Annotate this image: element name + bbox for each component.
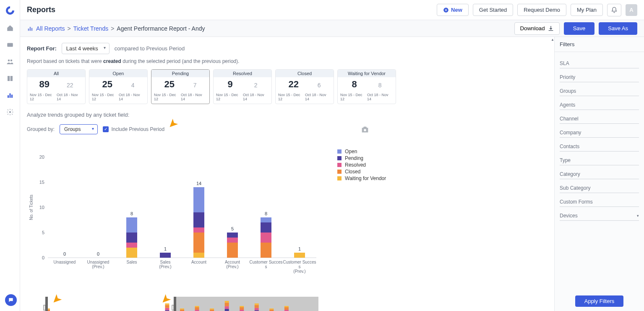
svg-rect-133	[269, 309, 274, 311]
svg-rect-99	[165, 303, 169, 305]
status-card-all[interactable]: All8922Nov 15 - Dec 12Oct 18 - Nov 14	[27, 69, 86, 104]
tickets-icon[interactable]	[5, 40, 15, 50]
status-card-resolved[interactable]: Resolved92Nov 15 - Dec 12Oct 18 - Nov 14	[213, 69, 272, 104]
svg-rect-128	[255, 305, 259, 308]
request-demo-button[interactable]: Request Demo	[517, 4, 566, 16]
svg-text:1: 1	[298, 246, 301, 251]
status-card-waiting-for-vendor[interactable]: Waiting for Vendor88Nov 15 - Dec 12Oct 1…	[337, 69, 396, 104]
legend-item[interactable]: Open	[337, 149, 386, 154]
report-description: Report based on tickets that were create…	[27, 58, 548, 64]
status-card-pending[interactable]: Pending257Nov 15 - Dec 12Oct 18 - Nov 14	[151, 69, 210, 104]
status-card-closed[interactable]: Closed226Nov 15 - Dec 12Oct 18 - Nov 14	[275, 69, 334, 104]
save-button[interactable]: Save	[564, 22, 595, 35]
svg-rect-34	[193, 253, 204, 258]
settings-icon[interactable]	[5, 107, 15, 117]
svg-text:Account: Account	[191, 260, 206, 264]
svg-rect-30	[160, 253, 171, 258]
filter-agents[interactable]: Agents	[560, 96, 639, 110]
my-plan-button[interactable]: My Plan	[571, 4, 603, 16]
svg-rect-138	[284, 307, 289, 310]
app-logo[interactable]	[5, 5, 16, 16]
svg-rect-118	[225, 303, 229, 306]
svg-text:s: s	[299, 264, 301, 269]
svg-rect-4	[9, 94, 10, 98]
get-started-button[interactable]: Get Started	[473, 4, 513, 16]
svg-rect-26	[126, 233, 137, 243]
svg-rect-139	[284, 306, 289, 307]
download-button[interactable]: Download	[514, 22, 559, 35]
filter-category[interactable]: Category	[560, 165, 639, 179]
svg-rect-123	[240, 307, 244, 310]
legend-item[interactable]: Closed	[337, 169, 386, 175]
breadcrumb-ticket-trends[interactable]: Ticket Trends	[73, 25, 109, 32]
svg-rect-50	[261, 217, 271, 222]
svg-text:14: 14	[196, 181, 201, 186]
svg-text:Account: Account	[225, 260, 240, 264]
legend-item[interactable]: Resolved	[337, 162, 386, 168]
left-nav	[0, 0, 20, 311]
compared-text: compared to Previous Period	[115, 45, 185, 52]
filter-contacts[interactable]: Contacts	[560, 138, 639, 152]
page-title: Reports	[27, 5, 55, 14]
breadcrumb: All Reports > Ticket Trends > Agent Perf…	[27, 25, 205, 32]
apply-filters-button[interactable]: Apply Filters	[575, 295, 624, 307]
filter-groups[interactable]: Groups	[560, 82, 639, 96]
status-card-open[interactable]: Open254Nov 15 - Dec 12Oct 18 - Nov 14	[89, 69, 148, 104]
svg-rect-114	[210, 308, 214, 309]
svg-rect-36	[193, 227, 204, 233]
filter-company[interactable]: Company	[560, 124, 639, 138]
reports-icon[interactable]	[5, 91, 15, 100]
report-content: Report For: Last 4 weeks compared to Pre…	[20, 37, 554, 311]
home-icon[interactable]	[5, 24, 15, 33]
legend-item[interactable]: Waiting for Vendor	[337, 175, 386, 181]
chat-icon[interactable]	[5, 294, 17, 306]
camera-icon[interactable]	[360, 125, 370, 136]
filter-priority[interactable]: Priority	[560, 68, 639, 82]
filter-sub-category[interactable]: Sub Category	[560, 179, 639, 193]
svg-rect-43	[227, 233, 238, 238]
svg-rect-48	[261, 233, 271, 243]
grouped-by-select[interactable]: Groups	[60, 124, 98, 134]
filter-custom-forms[interactable]: Custom Forms	[560, 193, 639, 207]
status-cards: All8922Nov 15 - Dec 12Oct 18 - Nov 14Ope…	[27, 69, 548, 104]
knowledge-icon[interactable]	[5, 74, 15, 83]
legend-item[interactable]: Pending	[337, 155, 386, 161]
filter-type[interactable]: Type	[560, 152, 639, 165]
avatar[interactable]: A	[626, 4, 637, 16]
filter-channel[interactable]: Channel	[560, 110, 639, 124]
svg-text:15: 15	[39, 180, 44, 185]
check-icon: ✓	[103, 126, 109, 132]
svg-rect-141	[44, 305, 45, 310]
svg-text:(Prev.): (Prev.)	[226, 264, 238, 269]
svg-rect-38	[193, 187, 204, 212]
breadcrumb-all-reports[interactable]: All Reports	[36, 25, 65, 32]
overview-chart[interactable]: ➤ ➤ Groups	[27, 295, 321, 311]
new-button[interactable]: New	[437, 4, 469, 16]
svg-rect-42	[227, 238, 238, 243]
svg-rect-109	[195, 306, 199, 307]
filter-devices[interactable]: Devices	[560, 207, 639, 221]
svg-rect-54	[294, 253, 305, 258]
svg-text:0: 0	[42, 255, 44, 260]
svg-rect-140	[45, 297, 48, 311]
svg-text:Unassigned: Unassigned	[54, 260, 76, 264]
save-as-button[interactable]: Save As	[599, 22, 637, 35]
include-prev-checkbox[interactable]: ✓ Include Previous Period	[103, 126, 164, 132]
topbar: Reports New Get Started Request Demo My …	[20, 0, 644, 20]
notifications-icon[interactable]	[607, 4, 621, 16]
period-select[interactable]: Last 4 weeks	[62, 43, 110, 54]
svg-rect-143	[172, 305, 174, 310]
svg-text:Sales: Sales	[126, 260, 137, 264]
svg-rect-49	[261, 222, 271, 233]
main-chart: 05101520No. of Tickets0Unassigned0Unassi…	[27, 149, 321, 293]
people-icon[interactable]	[5, 57, 15, 66]
filter-sla[interactable]: SLA	[560, 55, 639, 68]
svg-rect-117	[225, 306, 229, 309]
svg-text:5: 5	[231, 226, 234, 231]
svg-point-6	[9, 111, 11, 113]
svg-text:No. of Tickets: No. of Tickets	[29, 195, 34, 220]
svg-point-1	[8, 60, 10, 62]
svg-rect-41	[227, 243, 238, 258]
subheader: All Reports > Ticket Trends > Agent Perf…	[20, 20, 644, 37]
svg-rect-108	[195, 307, 199, 310]
